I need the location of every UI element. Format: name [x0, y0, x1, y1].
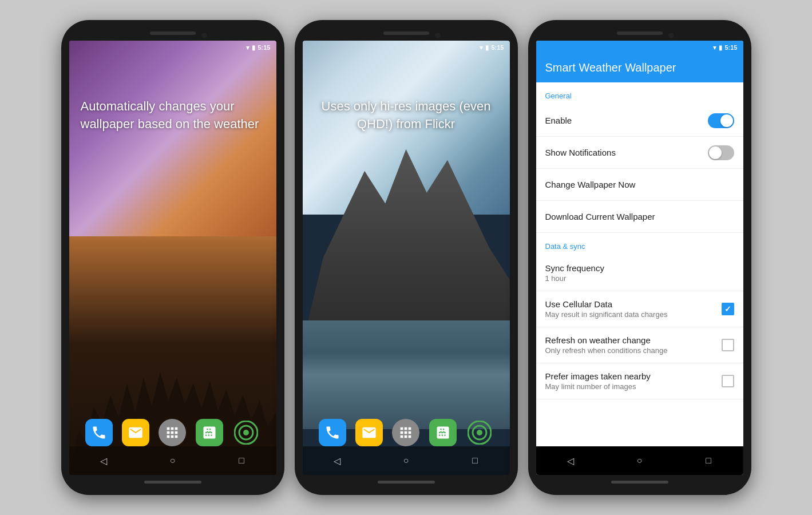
phone-2: ▾ ▮ 5:15 Uses only hi-res images (even Q…: [295, 20, 518, 495]
recents-button-3[interactable]: □: [702, 454, 715, 468]
status-bar-2: ▾ ▮ 5:15: [303, 41, 510, 54]
phone-camera-2: [435, 33, 441, 38]
prefer-nearby-label: Prefer images taken nearby: [545, 371, 722, 381]
settings-item-refresh-weather[interactable]: Refresh on weather change Only refresh w…: [536, 327, 743, 363]
phone-camera-1: [201, 33, 207, 38]
sky-gradient: [69, 41, 276, 236]
phone-1: ▾ ▮ 5:15 Automatically changes your wall…: [61, 20, 284, 495]
toggle-thumb-enable: [720, 114, 733, 127]
section-header-data-sync: Data & sync: [536, 233, 743, 255]
dock-calc-icon-1[interactable]: [196, 419, 223, 446]
cellular-checkbox[interactable]: ✓: [722, 303, 734, 315]
nav-bar-3: ◁ ○ □: [536, 446, 743, 475]
phone-speaker-3: [617, 31, 663, 35]
status-icons-1: ▾ ▮ 5:15: [246, 44, 270, 52]
time-1: 5:15: [258, 44, 270, 51]
home-button-2[interactable]: ○: [399, 454, 413, 468]
notifications-toggle[interactable]: [708, 145, 734, 160]
enable-toggle[interactable]: [708, 113, 734, 128]
battery-icon-1: ▮: [252, 44, 255, 52]
dock-phone-icon-1[interactable]: [85, 419, 113, 446]
refresh-weather-sublabel: Only refresh when conditions change: [545, 346, 722, 355]
time-3: 5:15: [724, 44, 737, 51]
sync-freq-label: Sync frequency: [545, 263, 734, 273]
dock-settings-icon-1[interactable]: [232, 419, 260, 446]
home-button-3[interactable]: ○: [632, 454, 646, 468]
wallpaper-text-1: Automatically changes your wallpaper bas…: [81, 98, 265, 133]
notifications-label: Show Notifications: [545, 148, 708, 157]
cellular-check-mark: ✓: [724, 304, 731, 314]
settings-item-prefer-nearby[interactable]: Prefer images taken nearby May limit num…: [536, 363, 743, 399]
nav-bar-2: ◁ ○ □: [303, 446, 510, 475]
dock-apps-icon-2[interactable]: [392, 419, 419, 446]
dock-2: [303, 419, 510, 446]
status-icons-3: ▾ ▮ 5:15: [713, 44, 737, 52]
status-icons-2: ▾ ▮ 5:15: [480, 44, 504, 52]
section-header-general: General: [536, 82, 743, 105]
lake-water: [303, 320, 510, 429]
download-wallpaper-label: Download Current Wallpaper: [545, 212, 734, 221]
prefer-nearby-checkbox[interactable]: [722, 375, 734, 387]
phone-bottom-bar-2: [378, 481, 435, 484]
settings-item-cellular[interactable]: Use Cellular Data May result in signific…: [536, 291, 743, 327]
phone-3: ▾ ▮ 5:15 Smart Weather Wallpaper General…: [528, 20, 751, 495]
status-bar-3: ▾ ▮ 5:15: [536, 41, 743, 54]
phone-bottom-bar-3: [611, 481, 668, 484]
dock-email-icon-1[interactable]: [122, 419, 149, 446]
wallpaper-screen-2: ▾ ▮ 5:15 Uses only hi-res images (even Q…: [303, 41, 510, 475]
phone-screen-3: ▾ ▮ 5:15 Smart Weather Wallpaper General…: [536, 41, 743, 475]
settings-item-download-wallpaper[interactable]: Download Current Wallpaper: [536, 201, 743, 233]
wallpaper-text-2: Uses only hi-res images (even QHD!) from…: [314, 98, 498, 133]
settings-content: General Enable Show Notifications: [536, 82, 743, 446]
settings-item-change-wallpaper[interactable]: Change Wallpaper Now: [536, 169, 743, 201]
back-button-2[interactable]: ◁: [330, 454, 344, 468]
toggle-thumb-notifications: [709, 146, 722, 159]
wallpaper-screen-1: ▾ ▮ 5:15 Automatically changes your wall…: [69, 41, 276, 475]
cellular-label: Use Cellular Data: [545, 299, 722, 309]
time-2: 5:15: [491, 44, 504, 51]
dock-1: [69, 419, 276, 446]
prefer-nearby-sublabel: May limit number of images: [545, 382, 722, 391]
dock-email-icon-2[interactable]: [355, 419, 383, 446]
change-wallpaper-label: Change Wallpaper Now: [545, 180, 734, 189]
battery-icon-2: ▮: [485, 44, 489, 52]
dock-phone-icon-2[interactable]: [319, 419, 346, 446]
wifi-icon-3: ▾: [713, 44, 716, 52]
settings-item-sync-frequency[interactable]: Sync frequency 1 hour: [536, 255, 743, 291]
refresh-weather-checkbox[interactable]: [722, 339, 734, 351]
cellular-sublabel: May result in significant data charges: [545, 310, 722, 319]
nav-bar-1: ◁ ○ □: [69, 446, 276, 475]
status-bar-1: ▾ ▮ 5:15: [69, 41, 276, 54]
battery-icon-3: ▮: [719, 44, 722, 52]
dock-settings-icon-2[interactable]: [466, 419, 493, 446]
phone-bottom-bar-1: [144, 481, 201, 484]
wifi-icon-2: ▾: [480, 44, 483, 52]
phone-speaker-2: [383, 31, 429, 35]
home-button-1[interactable]: ○: [165, 454, 179, 468]
app-bar: ▾ ▮ 5:15 Smart Weather Wallpaper: [536, 41, 743, 82]
settings-item-notifications[interactable]: Show Notifications: [536, 137, 743, 169]
svg-point-2: [243, 430, 249, 435]
back-button-3[interactable]: ◁: [564, 454, 577, 468]
back-button-1[interactable]: ◁: [97, 454, 110, 468]
wifi-icon-1: ▾: [246, 44, 249, 52]
enable-label: Enable: [545, 116, 708, 125]
phone-screen-1: ▾ ▮ 5:15 Automatically changes your wall…: [69, 41, 276, 475]
settings-item-enable[interactable]: Enable: [536, 105, 743, 137]
phone-screen-2: ▾ ▮ 5:15 Uses only hi-res images (even Q…: [303, 41, 510, 475]
recents-button-2[interactable]: □: [468, 454, 482, 468]
settings-screen: ▾ ▮ 5:15 Smart Weather Wallpaper General…: [536, 41, 743, 475]
svg-point-5: [477, 430, 482, 435]
dock-apps-icon-1[interactable]: [159, 419, 186, 446]
phone-camera-3: [668, 33, 674, 38]
refresh-weather-label: Refresh on weather change: [545, 335, 722, 345]
phone-speaker-1: [150, 31, 196, 35]
recents-button-1[interactable]: □: [235, 454, 248, 468]
dock-calc-icon-2[interactable]: [429, 419, 457, 446]
app-title: Smart Weather Wallpaper: [536, 54, 743, 82]
sync-freq-sublabel: 1 hour: [545, 274, 734, 283]
